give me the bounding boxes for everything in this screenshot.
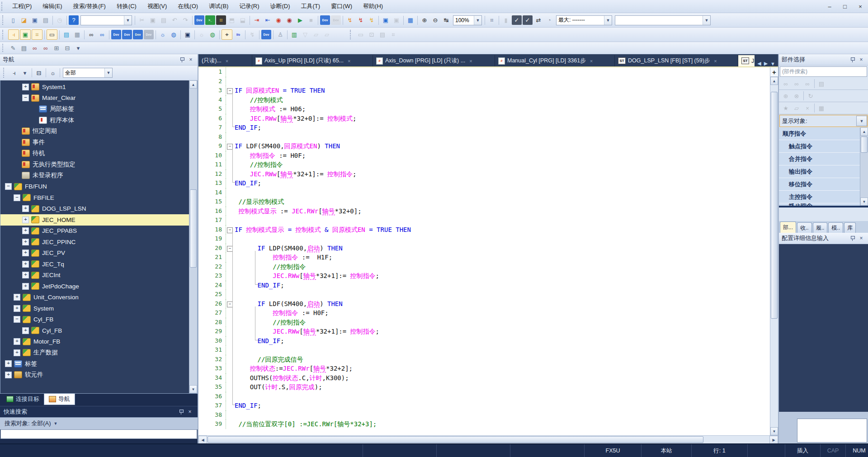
tree-item-Cyl_FB[interactable]: +Cyl_FB (0, 325, 189, 336)
tree-scrollbar[interactable]: ▲ ▼ (189, 80, 197, 393)
tree-filter-dropdown[interactable]: 全部 ▼ (63, 68, 113, 78)
quick-search-scope[interactable]: 搜索对象: 全部(A) ▼ (0, 417, 198, 429)
cross-reference-icon[interactable]: ⌖ (222, 29, 232, 40)
document-tab-Axis_Up [PRG] [LD] (只读) 65...[interactable]: #Axis_Up [PRG] [LD] (只读) 65...× (252, 55, 373, 66)
io-assignment-icon[interactable]: ⌗ (32, 29, 42, 40)
find-binoculars-icon[interactable]: ∞ (86, 30, 96, 39)
instruction-顺序指令[interactable]: 顺序指令 (779, 127, 860, 140)
program-document-icon[interactable]: ▤ (19, 43, 29, 53)
tree-item-JEC_HOME[interactable]: +JEC_HOME (0, 214, 189, 226)
connection-test-icon[interactable]: >_ (205, 15, 215, 25)
zoom-out-icon[interactable]: ⊖ (430, 15, 440, 25)
convert-program-icon[interactable]: ↯ (356, 15, 366, 25)
watch-window-icon[interactable]: ▦ (406, 15, 415, 25)
chevron-down-icon[interactable]: ▼ (604, 16, 612, 25)
pin-icon[interactable] (178, 409, 184, 415)
expand-icon[interactable]: + (14, 305, 20, 312)
editor-horizontal-scrollbar[interactable]: ◀ ▶ (198, 435, 778, 443)
tree-item-JEC_PPINC[interactable]: +JEC_PPINC (0, 236, 189, 248)
tab-模..[interactable]: 模.. (828, 222, 843, 233)
collapse-all-icon[interactable]: ⊟ (34, 68, 44, 78)
module-configuration-icon[interactable]: ⌗ (216, 15, 226, 25)
close-icon[interactable]: × (858, 57, 864, 63)
open-project-icon[interactable]: ◪ (19, 15, 29, 25)
memory-write-icon[interactable]: ⇄ (533, 15, 543, 25)
device-comment-icon[interactable]: Dev (194, 15, 204, 25)
expand-icon[interactable]: + (22, 250, 29, 256)
tab-导航[interactable]: 导航 (44, 394, 75, 405)
tree-item-JEC_Tq[interactable]: +JEC_Tq (0, 259, 189, 270)
menu-item[interactable]: 诊断(D) (264, 1, 295, 12)
monitor-mode-icon[interactable]: ▣ (381, 15, 391, 25)
module-tool-icon[interactable]: ▭ (47, 29, 57, 40)
document-tab-DOG_LSP_LSN [FB] [ST] (59)步[interactable]: STDOG_LSP_LSN [FB] [ST] (59)步× (615, 55, 738, 66)
tree-item-JetPdoChage[interactable]: +JetPdoChage (0, 281, 189, 292)
start-monitor-icon[interactable]: ▶ (295, 15, 305, 25)
quick-search-input[interactable] (0, 429, 197, 439)
tab-连接目标[interactable]: 连接目标 (2, 394, 44, 405)
help-icon[interactable]: ? (69, 15, 79, 25)
tree-order-caret-icon[interactable]: ▾ (20, 68, 30, 78)
tree-item-System1[interactable]: +System1 (0, 81, 189, 93)
chevron-down-icon[interactable]: ▼ (104, 68, 112, 77)
maximize-button[interactable]: □ (837, 1, 853, 11)
menu-item[interactable]: 窗口(W) (326, 1, 358, 12)
verify-with-plc-2-icon[interactable]: ◉ (284, 15, 294, 25)
close-icon[interactable]: × (590, 58, 593, 64)
menu-item[interactable]: 工程(P) (7, 1, 37, 12)
ethernet-diagnostics-icon[interactable]: ◍ (208, 30, 217, 39)
menu-item[interactable]: 转换(C) (111, 1, 142, 12)
menu-item[interactable]: 帮助(H) (358, 1, 388, 12)
tree-item-软元件[interactable]: +软元件 (0, 369, 189, 381)
tree-item-事件[interactable]: 事件 (0, 137, 189, 148)
verify-with-plc-icon[interactable]: ◉ (274, 15, 283, 25)
tree-item-未登录程序[interactable]: 未登录程序 (0, 170, 189, 181)
menu-item[interactable]: 在线(O) (172, 1, 203, 12)
chevron-down-icon[interactable]: ▼ (474, 16, 481, 25)
outline-window-icon[interactable]: ▤ (61, 30, 71, 39)
tree-item-Unit_Conversion[interactable]: +Unit_Conversion (0, 292, 189, 303)
document-tab-(只读)...[interactable]: (只读)...× (198, 55, 252, 66)
scroll-up-icon[interactable]: ▲ (189, 80, 197, 89)
document-tab-Manual_Cyl [PRG] [LD] 3361步[interactable]: #Manual_Cyl [PRG] [LD] 3361步× (495, 55, 615, 66)
expand-icon[interactable]: + (14, 294, 20, 301)
tab-next-icon[interactable]: ▶ (764, 61, 768, 66)
save-project-icon[interactable]: ▣ (30, 15, 40, 25)
max_value-combobox[interactable]: 最大: -------▼ (556, 15, 612, 25)
tree-item-JECInt[interactable]: +JECInt (0, 270, 189, 281)
tab-prev-icon[interactable]: ◀ (757, 61, 761, 66)
pin-icon[interactable] (179, 57, 185, 63)
expand-icon[interactable]: + (22, 239, 29, 245)
tree-item-无执行类型指定[interactable]: 无执行类型指定 (0, 159, 189, 170)
scroll-thumb[interactable] (861, 137, 868, 153)
program-check-icon[interactable]: ✓ (512, 15, 522, 25)
write-to-plc-icon[interactable]: ⇥ (252, 15, 262, 25)
close-icon[interactable]: × (469, 58, 472, 64)
menu-item[interactable]: 工具(T) (296, 1, 326, 12)
connection-destination-window-icon[interactable]: ▣ (20, 29, 31, 40)
document-tab-Axis_Down [PRG] [LD] (只读) ...[interactable]: #Axis_Down [PRG] [LD] (只读) ...× (373, 55, 495, 66)
expand-icon[interactable]: + (22, 327, 29, 334)
expand-icon[interactable]: + (14, 338, 20, 345)
expand-icon[interactable]: + (22, 272, 29, 278)
menu-item[interactable]: 视图(V) (142, 1, 172, 12)
zoom_value-combobox[interactable]: 100%▼ (453, 15, 482, 25)
user-authentication-icon[interactable]: ♙ (275, 30, 285, 39)
tree-item-恒定周期[interactable]: 恒定周期 (0, 126, 189, 137)
tree-item-生产数据[interactable]: +生产数据 (0, 347, 189, 358)
scroll-down-icon[interactable]: ▼ (860, 198, 868, 206)
menu-item[interactable]: 编辑(E) (37, 1, 67, 12)
toolbar-combobox[interactable]: ▼ (615, 15, 711, 25)
instruction-移位指令[interactable]: 移位指令 (779, 178, 860, 191)
st-code-editor[interactable]: 123−IF 回原模式EN = TRUE THEN4 //控制模式5 控制模式 … (198, 67, 770, 435)
tree-item-DOG_LSP_LSN[interactable]: +DOG_LSP_LSN (0, 203, 189, 215)
list-scrollbar[interactable]: ▲ ▼ (860, 127, 868, 206)
program-check-2-icon[interactable]: ✓ (523, 15, 533, 25)
sampling-trace-icon[interactable]: ▥ (289, 30, 299, 39)
expand-icon[interactable]: + (22, 283, 29, 290)
chevron-down-icon[interactable]: ▼ (856, 116, 867, 126)
intelligent-module-icon[interactable]: ▣ (183, 30, 193, 39)
instruction-触点指令[interactable]: 触点指令 (779, 140, 860, 153)
find-in-window-icon[interactable]: ∞ (97, 30, 107, 39)
device-monitor-window-icon[interactable]: Dev (261, 30, 271, 39)
